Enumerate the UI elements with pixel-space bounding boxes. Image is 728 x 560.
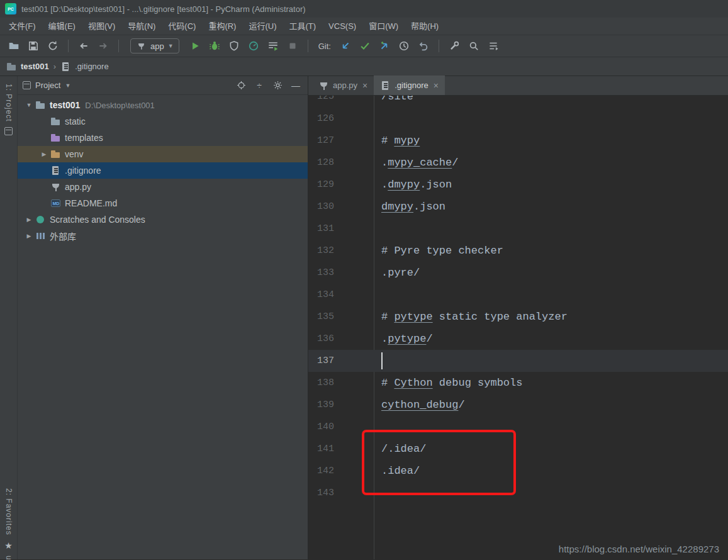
forward-button[interactable] xyxy=(97,40,109,52)
menu-item[interactable]: 代码(C) xyxy=(162,18,202,35)
tree-item-templates[interactable]: templates xyxy=(18,130,308,146)
editor-line-126[interactable]: 126 xyxy=(308,108,728,130)
menu-item[interactable]: 帮助(H) xyxy=(405,18,445,35)
editor-line-127[interactable]: 127# mypy xyxy=(308,130,728,152)
code-text: .idea/ xyxy=(381,465,420,477)
menu-item[interactable]: 视图(V) xyxy=(82,18,121,35)
tree-item-app.py[interactable]: app.py xyxy=(18,179,308,195)
locate-button[interactable] xyxy=(234,79,248,92)
chevron-down-icon[interactable]: ▼ xyxy=(65,82,70,89)
menu-item[interactable]: 编辑(E) xyxy=(42,18,82,35)
tree-item-venv[interactable]: ▶venv xyxy=(18,146,308,162)
tree-item-readme.md[interactable]: README.md xyxy=(18,195,308,211)
menu-item[interactable]: 重构(R) xyxy=(202,18,242,35)
tab-.gitignore[interactable]: .gitignore× xyxy=(374,76,445,95)
editor-line-132[interactable]: 132# Pyre type checker xyxy=(308,240,728,262)
back-button[interactable] xyxy=(77,40,90,52)
run-button[interactable] xyxy=(189,40,201,52)
profiler-button[interactable] xyxy=(247,40,260,52)
vcs-history-button[interactable] xyxy=(398,40,410,52)
expander-collapsed-icon[interactable]: ▶ xyxy=(38,151,50,157)
editor-line-140[interactable]: 140 xyxy=(308,416,728,438)
flask-file-icon xyxy=(318,81,329,91)
collapse-all-button[interactable]: ÷ xyxy=(252,79,266,92)
editor-line-139[interactable]: 139cython_debug/ xyxy=(308,394,728,416)
stop-button[interactable] xyxy=(286,40,299,52)
save-all-button[interactable] xyxy=(27,40,40,52)
editor-line-141[interactable]: 141/.idea/ xyxy=(308,438,728,460)
editor-line-125[interactable]: 125/site xyxy=(308,96,728,108)
breadcrumb-item-project[interactable]: test001 xyxy=(6,62,49,72)
folder-icon xyxy=(8,40,20,52)
editor-line-131[interactable]: 131 xyxy=(308,218,728,240)
expander-collapsed-icon[interactable]: ▶ xyxy=(23,233,35,239)
editor-line-138[interactable]: 138# Cython debug symbols xyxy=(308,372,728,394)
tree-item-static[interactable]: static xyxy=(18,113,308,130)
breadcrumb-item-file[interactable]: .gitignore xyxy=(60,62,108,72)
clock-icon xyxy=(398,40,410,52)
tree-item--[interactable]: ▶外部库 xyxy=(18,228,308,244)
line-content xyxy=(374,482,728,504)
line-content xyxy=(374,284,728,306)
menu-item[interactable]: 窗口(W) xyxy=(362,18,405,35)
restore-layout-button[interactable] xyxy=(487,40,500,52)
project-tool-icon[interactable] xyxy=(4,127,13,135)
editor-tab-bar: app.py×.gitignore× xyxy=(308,76,728,96)
line-number: 133 xyxy=(308,262,374,284)
menu-item[interactable]: 运行(U) xyxy=(242,18,283,35)
line-content xyxy=(374,350,728,372)
vcs-commit-button[interactable] xyxy=(359,40,371,52)
tab-app.py[interactable]: app.py× xyxy=(312,76,374,95)
close-tab-icon[interactable]: × xyxy=(434,81,439,91)
editor-line-142[interactable]: 142.idea/ xyxy=(308,460,728,482)
expander-collapsed-icon[interactable]: ▶ xyxy=(23,216,35,223)
editor-area[interactable]: 125/site126127# mypy128.mypy_cache/129.d… xyxy=(308,96,728,559)
open-folder-button[interactable] xyxy=(8,40,20,52)
tool-window-button-structure-partial[interactable]: ure xyxy=(4,556,13,559)
menu-item[interactable]: 导航(N) xyxy=(121,18,162,35)
editor-line-133[interactable]: 133.pyre/ xyxy=(308,262,728,284)
tool-window-button-project[interactable]: 1: Project xyxy=(4,84,13,122)
settings-wrench-button[interactable] xyxy=(448,40,461,52)
editor-line-136[interactable]: 136.pytype/ xyxy=(308,328,728,350)
run-config-selector[interactable]: app ▼ xyxy=(130,38,179,53)
panel-settings-button[interactable] xyxy=(271,79,284,92)
line-content: cython_debug/ xyxy=(374,394,728,416)
tree-item-.gitignore[interactable]: .gitignore xyxy=(18,162,308,179)
editor-line-143[interactable]: 143 xyxy=(308,482,728,504)
coverage-button[interactable] xyxy=(228,40,240,52)
menu-item[interactable]: VCS(S) xyxy=(322,18,362,35)
editor-line-135[interactable]: 135# pytype static type analyzer xyxy=(308,306,728,328)
hide-panel-button[interactable]: — xyxy=(289,79,303,92)
menu-item[interactable]: 工具(T) xyxy=(283,18,322,35)
menu-item[interactable]: 文件(F) xyxy=(3,18,42,35)
spellcheck-word: dmypy xyxy=(388,179,420,191)
toolbar-separator xyxy=(439,40,439,52)
tree-item-scratches-and-consoles[interactable]: ▶Scratches and Consoles xyxy=(18,211,308,228)
search-everywhere-button[interactable] xyxy=(468,40,480,52)
editor-line-134[interactable]: 134 xyxy=(308,284,728,306)
vcs-push-button[interactable] xyxy=(378,40,391,52)
line-content: /.idea/ xyxy=(374,438,728,460)
project-panel-title[interactable]: Project xyxy=(35,81,60,90)
tree-item-test001[interactable]: ▼test001D:\Desktop\test001 xyxy=(18,97,308,113)
vcs-rollback-button[interactable] xyxy=(417,40,430,52)
editor-line-129[interactable]: 129.dmypy.json xyxy=(308,174,728,196)
line-content: /site xyxy=(374,96,728,108)
favorites-star-icon[interactable]: ★ xyxy=(4,541,13,550)
debug-button[interactable] xyxy=(208,40,221,52)
close-tab-icon[interactable]: × xyxy=(362,81,367,91)
run-list-icon xyxy=(267,40,279,52)
more-run-options-button[interactable] xyxy=(267,40,279,52)
crosshair-icon xyxy=(237,81,246,90)
synchronize-button[interactable] xyxy=(47,40,59,52)
vcs-update-button[interactable] xyxy=(339,40,352,52)
editor-line-130[interactable]: 130dmypy.json xyxy=(308,196,728,218)
code-text: . xyxy=(381,179,388,191)
expander-expanded-icon[interactable]: ▼ xyxy=(23,102,35,108)
editor-line-137[interactable]: 137 xyxy=(308,350,728,372)
tool-window-button-favorites[interactable]: 2: Favorites xyxy=(4,488,13,535)
push-arrow-icon xyxy=(379,40,390,52)
line-content: # Cython debug symbols xyxy=(374,372,728,394)
editor-line-128[interactable]: 128.mypy_cache/ xyxy=(308,152,728,174)
